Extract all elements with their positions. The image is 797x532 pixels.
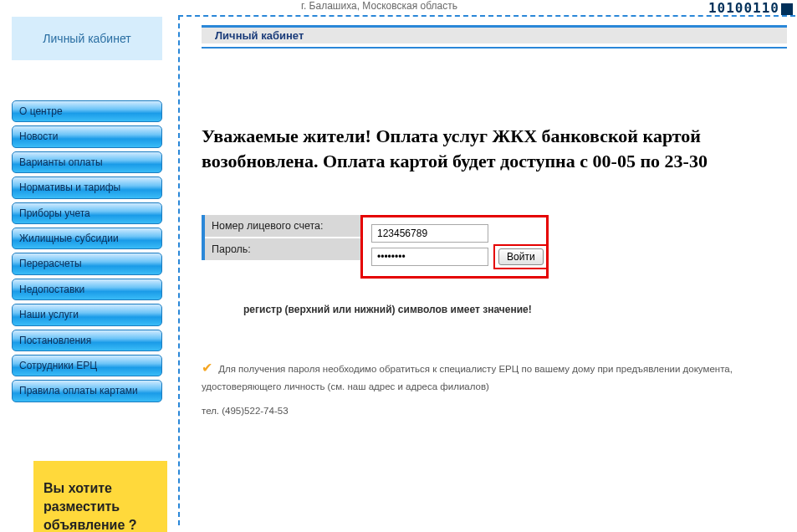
login-inputs-highlight: Войти	[360, 215, 549, 279]
nav-about[interactable]: О центре	[12, 100, 162, 122]
ad-box[interactable]: Вы хотите разместить объявление ?	[33, 461, 167, 532]
section-title: Личный кабинет	[215, 29, 304, 42]
nav-subsidies[interactable]: Жилищные субсидии	[12, 228, 162, 249]
lk-box[interactable]: Личный кабинет	[12, 17, 162, 60]
nav-recalc[interactable]: Перерасчеты	[12, 253, 162, 274]
login-button[interactable]: Войти	[498, 248, 544, 265]
password-label: Пароль:	[205, 238, 360, 260]
help-text-body: Для получения пароля необходимо обратить…	[202, 364, 733, 391]
main-content: Личный кабинет Уважаемые жители! Оплата …	[202, 25, 787, 416]
account-input[interactable]	[371, 224, 488, 243]
section-underline	[202, 47, 787, 49]
nav-norms-tariffs[interactable]: Нормативы и тарифы	[12, 176, 162, 198]
nav-meters[interactable]: Приборы учета	[12, 202, 162, 224]
announcement-text: Уважаемые жители! Оплата услуг ЖКХ банко…	[202, 124, 787, 173]
nav-shortfall[interactable]: Недопоставки	[12, 279, 162, 300]
login-labels: Номер лицевого счета: Пароль:	[202, 215, 360, 260]
city-subtitle: г. Балашиха, Московская область	[301, 0, 457, 12]
account-label: Номер лицевого счета:	[205, 215, 360, 238]
login-submit-highlight: Войти	[493, 244, 549, 269]
password-input[interactable]	[371, 248, 488, 266]
nav-news[interactable]: Новости	[12, 125, 162, 147]
left-column: Личный кабинет О центре Новости Варианты…	[12, 17, 162, 532]
case-sensitivity-note: регистр (верхний или нижний) символов им…	[243, 304, 787, 315]
nav-services[interactable]: Наши услуги	[12, 304, 162, 325]
sidebar-nav: О центре Новости Варианты оплаты Нормати…	[12, 100, 162, 402]
check-icon: ✔	[202, 361, 212, 375]
nav-staff[interactable]: Сотрудники ЕРЦ	[12, 355, 162, 376]
phone-text: тел. (495)522-74-53	[202, 406, 787, 416]
section-header: Личный кабинет	[202, 25, 787, 43]
help-text: ✔ Для получения пароля необходимо обрати…	[202, 357, 787, 394]
nav-resolutions[interactable]: Постановления	[12, 330, 162, 351]
nav-payment-options[interactable]: Варианты оплаты	[12, 151, 162, 173]
logo-barcode: 10100110	[708, 0, 793, 16]
nav-card-rules[interactable]: Правила оплаты картами	[12, 380, 162, 402]
login-form: Номер лицевого счета: Пароль: Войти	[202, 215, 787, 279]
